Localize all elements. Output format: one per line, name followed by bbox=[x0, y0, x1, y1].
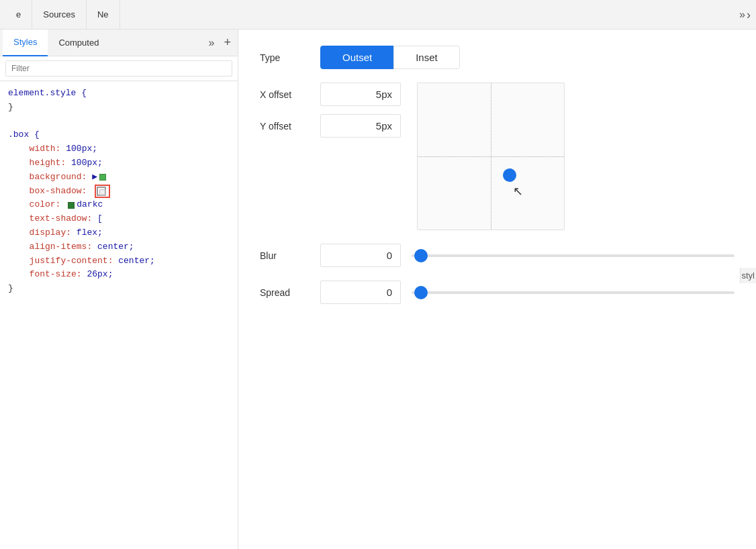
tab-computed[interactable]: Computed bbox=[48, 30, 109, 56]
text-shadow-indent bbox=[19, 212, 30, 226]
element-style-line: element.style { bbox=[8, 87, 230, 101]
tab-element-label: e bbox=[16, 9, 21, 19]
justify-content-val: center; bbox=[118, 254, 155, 268]
type-row: Type Outset Inset bbox=[260, 46, 735, 69]
width-val: 100px; bbox=[66, 142, 97, 156]
type-label: Type bbox=[260, 52, 320, 63]
filter-input[interactable] bbox=[5, 60, 232, 77]
shadow-editor-panel: Type Outset Inset X offset Y offset bbox=[238, 30, 756, 549]
display-line: display: flex; bbox=[8, 226, 230, 240]
color-line: color: darkc bbox=[8, 198, 230, 212]
panel-tab-overflow[interactable]: » bbox=[203, 37, 220, 49]
type-buttons: Outset Inset bbox=[320, 46, 460, 69]
width-indent bbox=[19, 142, 30, 156]
offsets-column: X offset Y offset bbox=[260, 83, 401, 138]
offset-grid-visual[interactable]: ↖ bbox=[417, 83, 565, 230]
height-prop: height: bbox=[30, 156, 66, 170]
spread-row: Spread bbox=[260, 281, 735, 304]
justify-content-prop: justify-content: bbox=[30, 254, 113, 268]
align-items-val: center; bbox=[97, 240, 134, 254]
box-shadow-prop: box-shadow: bbox=[30, 185, 87, 199]
tab-styles[interactable]: Styles bbox=[3, 30, 48, 56]
height-indent bbox=[19, 156, 30, 170]
color-swatch bbox=[68, 202, 75, 209]
tab-network-label: Ne bbox=[97, 9, 109, 19]
outset-button[interactable]: Outset bbox=[320, 46, 393, 69]
close-brace-2: } bbox=[8, 282, 230, 296]
spread-slider-wrapper bbox=[412, 291, 735, 294]
align-items-indent bbox=[19, 240, 30, 254]
spread-label: Spread bbox=[260, 287, 320, 298]
close-brace-1-text: } bbox=[8, 101, 13, 115]
width-prop: width: bbox=[30, 142, 61, 156]
height-line: height: 100px; bbox=[8, 156, 230, 170]
devtools-panel: e Sources Ne » › Styles Computed » + bbox=[0, 0, 756, 549]
box-shadow-icon bbox=[97, 187, 106, 196]
chevron-right-icon[interactable]: › bbox=[747, 7, 751, 21]
color-prop: color: bbox=[30, 198, 61, 212]
y-offset-label: Y offset bbox=[260, 121, 320, 132]
grid-dot-handle[interactable] bbox=[503, 168, 516, 182]
spread-slider-track[interactable] bbox=[412, 291, 735, 294]
blur-row: Blur bbox=[260, 244, 735, 267]
background-line: background: ▶ bbox=[8, 170, 230, 185]
box-selector-line: .box { bbox=[8, 128, 230, 142]
left-panel: Styles Computed » + element.style { } bbox=[0, 30, 238, 549]
blur-slider-thumb[interactable] bbox=[414, 249, 428, 262]
background-prop: background: bbox=[30, 170, 87, 185]
css-code-panel: element.style { } .box { width: 100px; bbox=[0, 81, 238, 549]
width-line: width: 100px; bbox=[8, 142, 230, 156]
tab-styles-label: Styles bbox=[13, 37, 37, 47]
color-indent bbox=[19, 198, 30, 212]
blur-slider-track[interactable] bbox=[412, 254, 735, 257]
x-offset-label: X offset bbox=[260, 89, 320, 100]
color-val: darkc bbox=[77, 198, 103, 212]
x-offset-input[interactable] bbox=[320, 83, 401, 106]
blur-slider-wrapper bbox=[412, 254, 735, 257]
y-offset-row: Y offset bbox=[260, 114, 401, 138]
right-panel-partial-label: styl bbox=[740, 268, 757, 283]
text-shadow-val: [ bbox=[97, 212, 103, 226]
add-style-button[interactable]: + bbox=[220, 36, 235, 50]
top-tab-bar: e Sources Ne » › bbox=[0, 0, 756, 30]
font-size-line: font-size: 26px; bbox=[8, 268, 230, 282]
y-offset-input[interactable] bbox=[320, 114, 401, 138]
x-offset-row: X offset bbox=[260, 83, 401, 106]
spread-input[interactable] bbox=[320, 281, 401, 304]
close-brace-1: } bbox=[8, 101, 230, 115]
height-val: 100px; bbox=[71, 156, 103, 170]
tab-computed-label: Computed bbox=[58, 38, 99, 48]
display-val: flex; bbox=[77, 226, 103, 240]
box-shadow-indent bbox=[19, 185, 30, 199]
font-size-indent bbox=[19, 268, 30, 282]
element-style-selector: element.style { bbox=[8, 87, 87, 101]
box-shadow-icon-button[interactable] bbox=[95, 185, 110, 198]
close-brace-2-text: } bbox=[8, 282, 13, 296]
align-items-line: align-items: center; bbox=[8, 240, 230, 254]
panel-tab-bar: Styles Computed » + bbox=[0, 30, 238, 56]
background-indicator[interactable]: ▶ bbox=[92, 170, 97, 185]
filter-bar bbox=[0, 56, 238, 81]
box-shadow-line: box-shadow: bbox=[8, 185, 230, 199]
inset-button[interactable]: Inset bbox=[393, 46, 460, 69]
tab-sources[interactable]: Sources bbox=[32, 0, 87, 30]
cursor-arrow-icon: ↖ bbox=[513, 184, 523, 199]
spread-slider-thumb[interactable] bbox=[414, 286, 428, 299]
justify-content-line: justify-content: center; bbox=[8, 254, 230, 268]
font-size-prop: font-size: bbox=[30, 268, 82, 282]
align-items-prop: align-items: bbox=[30, 240, 93, 254]
box-selector-text: .box { bbox=[8, 128, 40, 142]
tab-network[interactable]: Ne bbox=[87, 0, 120, 30]
blur-input[interactable] bbox=[320, 244, 401, 267]
content-area: Styles Computed » + element.style { } bbox=[0, 30, 756, 549]
font-size-val: 26px; bbox=[87, 268, 113, 282]
justify-content-indent bbox=[19, 254, 30, 268]
display-prop: display: bbox=[30, 226, 71, 240]
background-color-swatch bbox=[99, 174, 106, 181]
tab-sources-label: Sources bbox=[43, 9, 75, 19]
grid-horizontal-line bbox=[418, 156, 564, 157]
tab-element[interactable]: e bbox=[5, 0, 32, 30]
text-shadow-line: text-shadow: [ bbox=[8, 212, 230, 226]
blur-label: Blur bbox=[260, 250, 320, 261]
background-indent bbox=[19, 170, 30, 185]
